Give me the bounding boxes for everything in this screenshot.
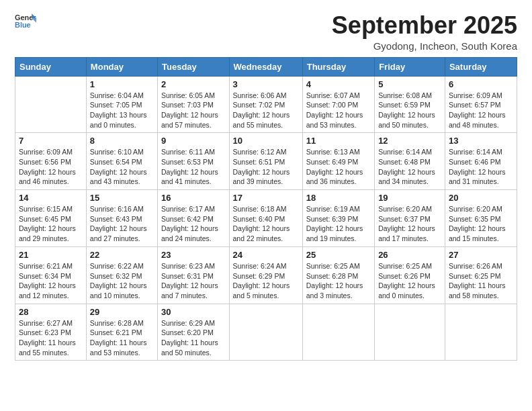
day-cell: 2Sunrise: 6:05 AM Sunset: 7:03 PM Daylig…: [158, 76, 230, 133]
logo: General Blue: [15, 12, 36, 31]
day-info: Sunrise: 6:04 AM Sunset: 7:05 PM Dayligh…: [90, 91, 154, 130]
svg-text:Blue: Blue: [15, 21, 31, 29]
day-cell: 13Sunrise: 6:14 AM Sunset: 6:46 PM Dayli…: [445, 133, 517, 190]
day-cell: 8Sunrise: 6:10 AM Sunset: 6:54 PM Daylig…: [86, 133, 157, 190]
day-cell: 21Sunrise: 6:21 AM Sunset: 6:34 PM Dayli…: [15, 246, 87, 304]
day-info: Sunrise: 6:09 AM Sunset: 6:56 PM Dayligh…: [19, 147, 83, 187]
day-number: 6: [449, 79, 513, 89]
day-cell: 16Sunrise: 6:17 AM Sunset: 6:42 PM Dayli…: [158, 190, 230, 247]
day-number: 16: [161, 193, 226, 203]
day-number: 2: [161, 79, 226, 89]
day-info: Sunrise: 6:25 AM Sunset: 6:26 PM Dayligh…: [378, 261, 441, 301]
day-info: Sunrise: 6:07 AM Sunset: 7:00 PM Dayligh…: [306, 91, 371, 130]
week-row-1: 1Sunrise: 6:04 AM Sunset: 7:05 PM Daylig…: [15, 76, 517, 133]
day-number: 5: [378, 79, 441, 89]
month-title: September 2025: [332, 12, 517, 39]
week-row-5: 28Sunrise: 6:27 AM Sunset: 6:23 PM Dayli…: [15, 304, 517, 361]
day-info: Sunrise: 6:23 AM Sunset: 6:31 PM Dayligh…: [161, 261, 226, 301]
day-cell: 24Sunrise: 6:24 AM Sunset: 6:29 PM Dayli…: [229, 246, 302, 304]
day-number: 7: [19, 136, 83, 146]
day-number: 21: [19, 250, 83, 260]
col-header-thursday: Thursday: [302, 57, 374, 76]
day-number: 18: [306, 193, 371, 203]
day-cell: 26Sunrise: 6:25 AM Sunset: 6:26 PM Dayli…: [375, 246, 445, 304]
day-cell: 20Sunrise: 6:20 AM Sunset: 6:35 PM Dayli…: [445, 190, 517, 247]
col-header-saturday: Saturday: [445, 57, 517, 76]
day-number: 23: [161, 250, 226, 260]
day-info: Sunrise: 6:06 AM Sunset: 7:02 PM Dayligh…: [233, 91, 299, 130]
day-cell: 5Sunrise: 6:08 AM Sunset: 6:59 PM Daylig…: [375, 76, 445, 133]
day-cell: 15Sunrise: 6:16 AM Sunset: 6:43 PM Dayli…: [86, 190, 157, 247]
day-info: Sunrise: 6:21 AM Sunset: 6:34 PM Dayligh…: [19, 261, 83, 301]
day-info: Sunrise: 6:09 AM Sunset: 6:57 PM Dayligh…: [449, 91, 513, 130]
day-info: Sunrise: 6:29 AM Sunset: 6:20 PM Dayligh…: [161, 318, 226, 358]
col-header-monday: Monday: [86, 57, 157, 76]
day-info: Sunrise: 6:11 AM Sunset: 6:53 PM Dayligh…: [161, 147, 226, 187]
day-info: Sunrise: 6:24 AM Sunset: 6:29 PM Dayligh…: [233, 261, 299, 301]
day-info: Sunrise: 6:05 AM Sunset: 7:03 PM Dayligh…: [161, 91, 226, 130]
day-info: Sunrise: 6:14 AM Sunset: 6:46 PM Dayligh…: [449, 147, 513, 187]
col-header-tuesday: Tuesday: [158, 57, 230, 76]
day-info: Sunrise: 6:18 AM Sunset: 6:40 PM Dayligh…: [233, 204, 299, 244]
day-cell: [15, 76, 87, 133]
col-header-sunday: Sunday: [15, 57, 87, 76]
day-info: Sunrise: 6:16 AM Sunset: 6:43 PM Dayligh…: [90, 204, 154, 244]
day-number: 30: [161, 307, 226, 317]
day-number: 29: [90, 307, 154, 317]
day-cell: 10Sunrise: 6:12 AM Sunset: 6:51 PM Dayli…: [229, 133, 302, 190]
day-number: 12: [378, 136, 441, 146]
day-number: 25: [306, 250, 371, 260]
day-info: Sunrise: 6:20 AM Sunset: 6:35 PM Dayligh…: [449, 204, 513, 244]
location-subtitle: Gyodong, Incheon, South Korea: [332, 40, 517, 52]
header: General Blue September 2025 Gyodong, Inc…: [15, 12, 517, 52]
day-info: Sunrise: 6:15 AM Sunset: 6:45 PM Dayligh…: [19, 204, 83, 244]
day-cell: 19Sunrise: 6:20 AM Sunset: 6:37 PM Dayli…: [375, 190, 445, 247]
week-row-4: 21Sunrise: 6:21 AM Sunset: 6:34 PM Dayli…: [15, 246, 517, 304]
day-info: Sunrise: 6:28 AM Sunset: 6:21 PM Dayligh…: [90, 318, 154, 358]
day-number: 24: [233, 250, 299, 260]
day-number: 8: [90, 136, 154, 146]
calendar-table: SundayMondayTuesdayWednesdayThursdayFrid…: [15, 57, 517, 361]
day-info: Sunrise: 6:14 AM Sunset: 6:48 PM Dayligh…: [378, 147, 441, 187]
day-cell: 25Sunrise: 6:25 AM Sunset: 6:28 PM Dayli…: [302, 246, 374, 304]
day-number: 27: [449, 250, 513, 260]
calendar-page: General Blue September 2025 Gyodong, Inc…: [0, 0, 532, 411]
day-number: 13: [449, 136, 513, 146]
day-number: 14: [19, 193, 83, 203]
day-number: 4: [306, 79, 371, 89]
day-cell: [229, 304, 302, 361]
day-cell: 14Sunrise: 6:15 AM Sunset: 6:45 PM Dayli…: [15, 190, 87, 247]
day-cell: 7Sunrise: 6:09 AM Sunset: 6:56 PM Daylig…: [15, 133, 87, 190]
day-info: Sunrise: 6:22 AM Sunset: 6:32 PM Dayligh…: [90, 261, 154, 301]
day-info: Sunrise: 6:19 AM Sunset: 6:39 PM Dayligh…: [306, 204, 371, 244]
day-info: Sunrise: 6:26 AM Sunset: 6:25 PM Dayligh…: [449, 261, 513, 301]
day-cell: 11Sunrise: 6:13 AM Sunset: 6:49 PM Dayli…: [302, 133, 374, 190]
day-number: 1: [90, 79, 154, 89]
day-cell: 3Sunrise: 6:06 AM Sunset: 7:02 PM Daylig…: [229, 76, 302, 133]
title-block: September 2025 Gyodong, Incheon, South K…: [332, 12, 517, 52]
day-cell: 29Sunrise: 6:28 AM Sunset: 6:21 PM Dayli…: [86, 304, 157, 361]
day-info: Sunrise: 6:10 AM Sunset: 6:54 PM Dayligh…: [90, 147, 154, 187]
day-info: Sunrise: 6:12 AM Sunset: 6:51 PM Dayligh…: [233, 147, 299, 187]
col-header-friday: Friday: [375, 57, 445, 76]
day-number: 9: [161, 136, 226, 146]
day-cell: 6Sunrise: 6:09 AM Sunset: 6:57 PM Daylig…: [445, 76, 517, 133]
day-cell: 4Sunrise: 6:07 AM Sunset: 7:00 PM Daylig…: [302, 76, 374, 133]
week-row-2: 7Sunrise: 6:09 AM Sunset: 6:56 PM Daylig…: [15, 133, 517, 190]
day-cell: 9Sunrise: 6:11 AM Sunset: 6:53 PM Daylig…: [158, 133, 230, 190]
day-cell: 18Sunrise: 6:19 AM Sunset: 6:39 PM Dayli…: [302, 190, 374, 247]
day-number: 11: [306, 136, 371, 146]
day-cell: 17Sunrise: 6:18 AM Sunset: 6:40 PM Dayli…: [229, 190, 302, 247]
day-info: Sunrise: 6:13 AM Sunset: 6:49 PM Dayligh…: [306, 147, 371, 187]
day-number: 15: [90, 193, 154, 203]
day-info: Sunrise: 6:20 AM Sunset: 6:37 PM Dayligh…: [378, 204, 441, 244]
day-number: 26: [378, 250, 441, 260]
day-cell: 12Sunrise: 6:14 AM Sunset: 6:48 PM Dayli…: [375, 133, 445, 190]
day-number: 19: [378, 193, 441, 203]
logo-icon: General Blue: [15, 12, 36, 31]
day-number: 3: [233, 79, 299, 89]
day-info: Sunrise: 6:08 AM Sunset: 6:59 PM Dayligh…: [378, 91, 441, 130]
day-cell: 28Sunrise: 6:27 AM Sunset: 6:23 PM Dayli…: [15, 304, 87, 361]
day-cell: 30Sunrise: 6:29 AM Sunset: 6:20 PM Dayli…: [158, 304, 230, 361]
day-cell: 23Sunrise: 6:23 AM Sunset: 6:31 PM Dayli…: [158, 246, 230, 304]
